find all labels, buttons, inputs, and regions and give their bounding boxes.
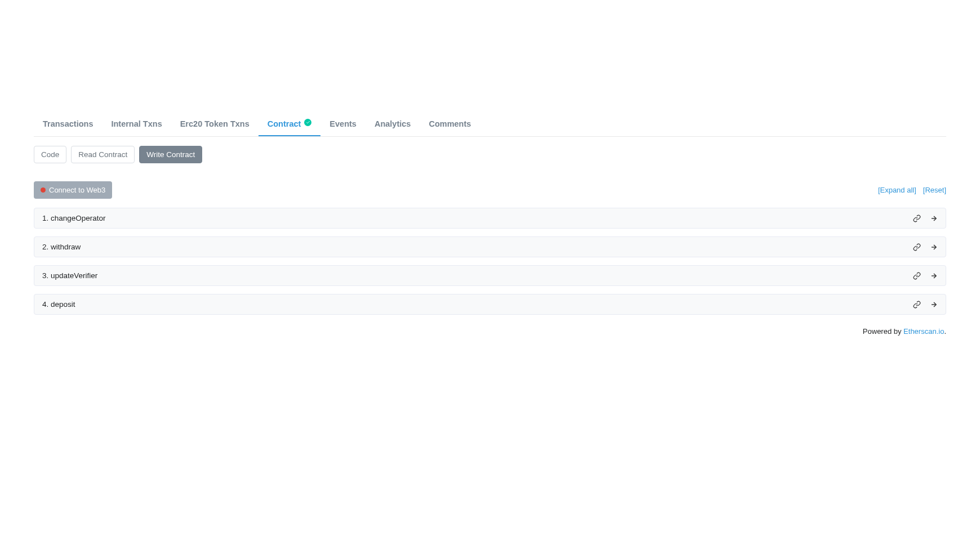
function-icons [913, 301, 938, 309]
function-list: 1. changeOperator 2. withdraw 3. updateV… [34, 208, 946, 315]
subtab-write-contract[interactable]: Write Contract [139, 146, 202, 163]
function-icons [913, 215, 938, 222]
tab-events[interactable]: Events [320, 113, 366, 136]
function-label: 2. withdraw [42, 243, 81, 251]
function-item-deposit[interactable]: 4. deposit [34, 294, 946, 315]
subtab-read-contract[interactable]: Read Contract [71, 146, 135, 163]
function-item-changeoperator[interactable]: 1. changeOperator [34, 208, 946, 229]
function-label: 3. updateVerifier [42, 271, 97, 280]
link-icon[interactable] [913, 301, 921, 309]
action-links: [Expand all] [Reset] [878, 186, 946, 194]
action-row: Connect to Web3 [Expand all] [Reset] [34, 181, 946, 199]
main-tabs: Transactions Internal Txns Erc20 Token T… [34, 113, 946, 137]
footer-powered-by: Powered by [863, 327, 903, 336]
tab-contract-label: Contract [268, 119, 301, 128]
function-label: 4. deposit [42, 300, 75, 309]
reset-link[interactable]: [Reset] [923, 186, 946, 194]
arrow-right-icon[interactable] [930, 272, 938, 280]
function-item-updateverifier[interactable]: 3. updateVerifier [34, 265, 946, 286]
link-icon[interactable] [913, 215, 921, 222]
tab-analytics[interactable]: Analytics [366, 113, 420, 136]
connect-label: Connect to Web3 [49, 186, 105, 194]
function-label: 1. changeOperator [42, 214, 106, 222]
link-icon[interactable] [913, 243, 921, 251]
footer-suffix: . [944, 327, 946, 336]
expand-all-link[interactable]: [Expand all] [878, 186, 916, 194]
tab-contract[interactable]: Contract [259, 113, 321, 136]
tab-internal-txns[interactable]: Internal Txns [102, 113, 171, 136]
status-dot-icon [41, 187, 46, 193]
tab-erc20-token-txns[interactable]: Erc20 Token Txns [171, 113, 259, 136]
footer-etherscan-link[interactable]: Etherscan.io [903, 327, 944, 336]
arrow-right-icon[interactable] [930, 243, 938, 251]
tab-transactions[interactable]: Transactions [34, 113, 102, 136]
verified-icon [304, 119, 311, 126]
link-icon[interactable] [913, 272, 921, 280]
function-icons [913, 272, 938, 280]
arrow-right-icon[interactable] [930, 215, 938, 222]
arrow-right-icon[interactable] [930, 301, 938, 309]
tab-comments[interactable]: Comments [420, 113, 480, 136]
subtab-code[interactable]: Code [34, 146, 66, 163]
function-icons [913, 243, 938, 251]
function-item-withdraw[interactable]: 2. withdraw [34, 236, 946, 257]
contract-subtabs: Code Read Contract Write Contract [34, 137, 946, 163]
footer: Powered by Etherscan.io. [34, 327, 946, 336]
connect-web3-button[interactable]: Connect to Web3 [34, 181, 112, 199]
